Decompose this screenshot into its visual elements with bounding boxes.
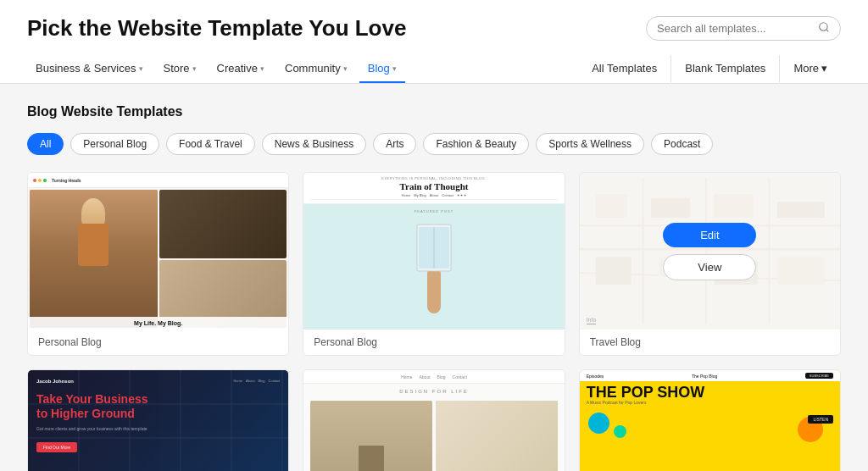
overlay-text: My Life. My Blog. [28,317,288,330]
svg-rect-2 [427,267,441,313]
edit-button[interactable]: Edit [663,223,756,247]
mini-dot-y [38,179,42,182]
nav-right: All Templates Blank Templates More ▾ [578,55,841,83]
circle-blue [588,413,609,434]
filter-fashion-beauty[interactable]: Fashion & Beauty [423,133,529,155]
pop-show-preview: Episodes The Pop Blog SUBSCRIBE THE POP … [580,370,840,471]
template-thumb-2: Everything is personal, including this b… [303,173,564,330]
nav-all-templates[interactable]: All Templates [578,55,671,83]
featured-area: FEATURED POST [303,204,564,330]
business-content: Jacob Johnson Home About Blog Contact Ta… [36,379,280,452]
chevron-down-icon: ▾ [392,64,397,73]
train-subnav: Home My Blog About Contact ✦ ✦ ✦ [310,191,557,200]
nav-item-blog[interactable]: Blog ▾ [359,55,405,83]
design-content: PLAYING WITH PATTERNS Lorem ipsum dolor … [303,397,564,471]
train-title: Train of Thought [310,181,557,191]
right-col [159,190,287,328]
design-right-col: PLAYING WITH PATTERNS Lorem ipsum dolor … [436,401,558,471]
page-title: Pick the Website Template You Love [27,15,406,42]
chevron-down-icon: ▾ [192,64,197,73]
template-label-2: Personal Blog [303,330,564,355]
personal-blog-preview: Turning Heads M [28,173,288,330]
template-grid: Turning Heads M [27,172,841,471]
pop-logo-area: THE POP SHOW A Music Podcast for Pop Lov… [580,381,840,408]
image-area [28,188,288,330]
filter-news-business[interactable]: News & Business [262,133,366,155]
biz-cta: Find Out More [36,442,77,452]
header-row1: Pick the Website Template You Love [27,15,841,42]
pop-nav: Episodes The Pop Blog SUBSCRIBE [580,370,840,381]
design-tagline: DESIGN FOR LIFE [303,384,564,397]
business-preview: Jacob Johnson Home About Blog Contact Ta… [28,370,288,471]
template-card-2[interactable]: Everything is personal, including this b… [303,172,565,356]
template-card-4[interactable]: Jacob Johnson Home About Blog Contact Ta… [27,369,289,471]
nav-more[interactable]: More ▾ [780,55,841,83]
design-preview: Home About Blog Contact DESIGN FOR LIFE [303,370,564,471]
nav-left: Business & Services ▾ Store ▾ Creative ▾… [27,55,405,83]
travel-blog-preview: Info Edit View [580,173,840,330]
header: Pick the Website Template You Love Busin… [0,0,868,84]
filter-podcast[interactable]: Podcast [651,133,713,155]
filter-food-travel[interactable]: Food & Travel [166,133,255,155]
nav-item-business[interactable]: Business & Services ▾ [27,55,152,83]
design-nav: Home About Blog Contact [303,370,564,384]
filter-sports-wellness[interactable]: Sports & Wellness [536,133,644,155]
template-thumb-1: Turning Heads M [28,173,288,330]
template-label-3: Travel Blog [580,330,840,355]
biz-nav: Jacob Johnson Home About Blog Contact [36,379,280,384]
design-left-image [310,401,432,471]
mini-dots [33,179,47,182]
featured-label: FEATURED POST [415,209,453,213]
chevron-down-icon: ▾ [260,64,264,73]
search-box[interactable] [646,16,841,41]
template-card-6[interactable]: Episodes The Pop Blog SUBSCRIBE THE POP … [579,369,841,471]
template-thumb-6: Episodes The Pop Blog SUBSCRIBE THE POP … [580,370,840,471]
chevron-down-icon: ▾ [343,64,348,73]
svg-point-0 [820,23,827,30]
nav-row: Business & Services ▾ Store ▾ Creative ▾… [27,55,841,83]
template-card-1[interactable]: Turning Heads M [27,172,289,356]
train-header: Everything is personal, including this b… [303,173,564,204]
chevron-down-icon: ▾ [821,62,827,75]
circle-green [614,425,626,438]
nav-item-creative[interactable]: Creative ▾ [209,55,273,83]
biz-sub: Get more clients and grow your business … [36,426,280,431]
train-of-thought-preview: Everything is personal, including this b… [303,173,564,330]
template-card-5[interactable]: Home About Blog Contact DESIGN FOR LIFE [303,369,565,471]
filter-personal-blog[interactable]: Personal Blog [70,133,159,155]
pop-logo: THE POP SHOW [587,385,833,400]
listen-button: LISTEN [808,415,833,424]
chevron-down-icon: ▾ [139,64,143,73]
template-thumb-5: Home About Blog Contact DESIGN FOR LIFE [303,370,564,471]
mini-nav: Turning Heads [28,173,288,188]
right-top-photo [159,190,287,258]
pop-art: LISTEN [580,408,840,471]
filter-arts[interactable]: Arts [373,133,416,155]
template-thumb-4: Jacob Johnson Home About Blog Contact Ta… [28,370,288,471]
book-hand-illustration [409,216,459,318]
template-thumb-3: Info Edit View [580,173,840,330]
search-input[interactable] [657,22,815,35]
mini-logo: Turning Heads [52,178,81,183]
left-photo [30,190,158,328]
filter-row: All Personal Blog Food & Travel News & B… [27,133,841,155]
biz-headline: Take Your Business to Higher Ground [36,392,280,421]
view-button[interactable]: View [663,254,756,280]
template-label-1: Personal Blog [28,330,288,355]
main-content: Blog Website Templates All Personal Blog… [0,84,868,471]
section-title: Blog Website Templates [27,104,841,119]
nav-item-store[interactable]: Store ▾ [155,55,205,83]
pop-sub: A Music Podcast for Pop Lovers [587,400,833,405]
design-top-image [436,401,558,471]
filter-all[interactable]: All [27,133,64,155]
template-card-3[interactable]: Info Edit View Travel Blog [579,172,841,356]
biz-nav-items: Home About Blog Contact [233,379,280,384]
biz-logo: Jacob Johnson [36,379,74,384]
mini-dot-r [33,179,36,182]
nav-blank-templates[interactable]: Blank Templates [671,55,780,83]
nav-item-community[interactable]: Community ▾ [276,55,356,83]
train-tagline: Everything is personal, including this b… [310,176,557,180]
travel-overlay: Edit View [580,173,840,330]
search-icon [818,21,830,36]
svg-line-1 [826,30,829,32]
